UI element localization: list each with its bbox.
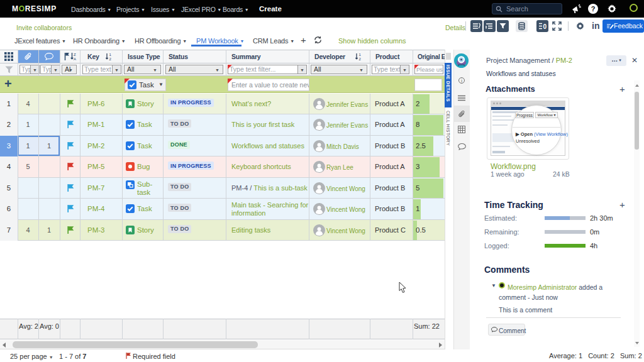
svg-text:2: 2 <box>109 57 112 61</box>
svg-text:Z: Z <box>74 53 76 57</box>
svg-text:2: 2 <box>359 57 362 61</box>
svg-text:A: A <box>74 57 76 61</box>
svg-text:0: 0 <box>543 23 547 30</box>
svg-text:1: 1 <box>109 53 112 57</box>
svg-text:1: 1 <box>359 53 362 57</box>
